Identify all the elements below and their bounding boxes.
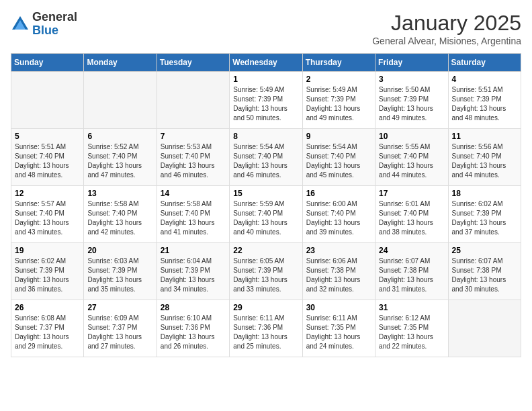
day-number: 24 xyxy=(379,246,444,255)
week-row-3: 12Sunrise: 5:57 AM Sunset: 7:40 PM Dayli… xyxy=(11,186,521,243)
page-header: General Blue January 2025 General Alvear… xyxy=(11,11,521,46)
day-info: Sunrise: 6:12 AM Sunset: 7:35 PM Dayligh… xyxy=(379,314,444,351)
day-number: 13 xyxy=(87,189,152,198)
day-info: Sunrise: 6:11 AM Sunset: 7:36 PM Dayligh… xyxy=(233,314,298,351)
week-row-2: 5Sunrise: 5:51 AM Sunset: 7:40 PM Daylig… xyxy=(11,129,521,186)
header-sunday: Sunday xyxy=(11,54,84,72)
day-info: Sunrise: 5:56 AM Sunset: 7:40 PM Dayligh… xyxy=(452,142,517,180)
day-info: Sunrise: 5:51 AM Sunset: 7:40 PM Dayligh… xyxy=(15,142,80,180)
calendar-cell: 23Sunrise: 6:06 AM Sunset: 7:38 PM Dayli… xyxy=(302,243,375,300)
calendar-cell: 28Sunrise: 6:10 AM Sunset: 7:36 PM Dayli… xyxy=(157,300,229,357)
calendar-cell: 17Sunrise: 6:01 AM Sunset: 7:40 PM Dayli… xyxy=(375,186,448,243)
day-number: 8 xyxy=(233,132,298,141)
logo-icon xyxy=(11,15,30,34)
day-info: Sunrise: 6:02 AM Sunset: 7:39 PM Dayligh… xyxy=(15,257,80,294)
day-number: 17 xyxy=(379,189,444,198)
day-info: Sunrise: 5:50 AM Sunset: 7:39 PM Dayligh… xyxy=(379,85,444,123)
calendar-cell: 9Sunrise: 5:54 AM Sunset: 7:40 PM Daylig… xyxy=(302,129,375,186)
day-info: Sunrise: 5:58 AM Sunset: 7:40 PM Dayligh… xyxy=(87,199,152,237)
logo: General Blue xyxy=(11,11,77,38)
day-info: Sunrise: 5:49 AM Sunset: 7:39 PM Dayligh… xyxy=(233,85,298,123)
week-row-5: 26Sunrise: 6:08 AM Sunset: 7:37 PM Dayli… xyxy=(11,300,521,357)
day-number: 11 xyxy=(452,132,517,141)
day-number: 27 xyxy=(87,303,152,312)
calendar-cell: 16Sunrise: 6:00 AM Sunset: 7:40 PM Dayli… xyxy=(302,186,375,243)
title-block: January 2025 General Alvear, Misiones, A… xyxy=(372,11,521,46)
day-number: 26 xyxy=(15,303,80,312)
day-number: 4 xyxy=(452,75,517,84)
calendar-cell: 10Sunrise: 5:55 AM Sunset: 7:40 PM Dayli… xyxy=(375,129,448,186)
day-info: Sunrise: 6:06 AM Sunset: 7:38 PM Dayligh… xyxy=(306,257,371,294)
day-number: 10 xyxy=(379,132,444,141)
calendar-cell: 13Sunrise: 5:58 AM Sunset: 7:40 PM Dayli… xyxy=(84,186,157,243)
calendar-cell: 1Sunrise: 5:49 AM Sunset: 7:39 PM Daylig… xyxy=(230,72,302,129)
day-info: Sunrise: 6:03 AM Sunset: 7:39 PM Dayligh… xyxy=(87,257,152,294)
calendar-cell: 27Sunrise: 6:09 AM Sunset: 7:37 PM Dayli… xyxy=(84,300,157,357)
day-number: 29 xyxy=(233,303,298,312)
day-info: Sunrise: 6:07 AM Sunset: 7:38 PM Dayligh… xyxy=(379,257,444,294)
header-tuesday: Tuesday xyxy=(157,54,229,72)
header-saturday: Saturday xyxy=(448,54,521,72)
week-row-4: 19Sunrise: 6:02 AM Sunset: 7:39 PM Dayli… xyxy=(11,243,521,300)
calendar-table: SundayMondayTuesdayWednesdayThursdayFrid… xyxy=(11,53,521,357)
day-number: 15 xyxy=(233,189,298,198)
day-info: Sunrise: 5:54 AM Sunset: 7:40 PM Dayligh… xyxy=(306,142,371,180)
day-number: 19 xyxy=(15,246,80,255)
header-friday: Friday xyxy=(375,54,448,72)
day-number: 1 xyxy=(233,75,298,84)
day-info: Sunrise: 6:02 AM Sunset: 7:39 PM Dayligh… xyxy=(452,199,517,237)
calendar-cell: 31Sunrise: 6:12 AM Sunset: 7:35 PM Dayli… xyxy=(375,300,448,357)
day-number: 14 xyxy=(161,189,226,198)
calendar-cell: 18Sunrise: 6:02 AM Sunset: 7:39 PM Dayli… xyxy=(448,186,521,243)
day-info: Sunrise: 5:58 AM Sunset: 7:40 PM Dayligh… xyxy=(161,199,226,237)
calendar-cell: 30Sunrise: 6:11 AM Sunset: 7:35 PM Dayli… xyxy=(302,300,375,357)
calendar-cell: 21Sunrise: 6:04 AM Sunset: 7:39 PM Dayli… xyxy=(157,243,229,300)
day-number: 31 xyxy=(379,303,444,312)
day-info: Sunrise: 6:11 AM Sunset: 7:35 PM Dayligh… xyxy=(306,314,371,351)
day-number: 30 xyxy=(306,303,371,312)
day-number: 22 xyxy=(233,246,298,255)
calendar-cell: 20Sunrise: 6:03 AM Sunset: 7:39 PM Dayli… xyxy=(84,243,157,300)
header-wednesday: Wednesday xyxy=(230,54,302,72)
day-number: 2 xyxy=(306,75,371,84)
day-info: Sunrise: 5:59 AM Sunset: 7:40 PM Dayligh… xyxy=(233,199,298,237)
header-thursday: Thursday xyxy=(302,54,375,72)
logo-general: General xyxy=(32,11,77,24)
day-info: Sunrise: 6:05 AM Sunset: 7:39 PM Dayligh… xyxy=(233,257,298,294)
calendar-cell: 29Sunrise: 6:11 AM Sunset: 7:36 PM Dayli… xyxy=(230,300,302,357)
calendar-cell: 11Sunrise: 5:56 AM Sunset: 7:40 PM Dayli… xyxy=(448,129,521,186)
day-info: Sunrise: 6:04 AM Sunset: 7:39 PM Dayligh… xyxy=(161,257,226,294)
calendar-cell: 25Sunrise: 6:07 AM Sunset: 7:38 PM Dayli… xyxy=(448,243,521,300)
day-info: Sunrise: 6:01 AM Sunset: 7:40 PM Dayligh… xyxy=(379,199,444,237)
day-number: 28 xyxy=(161,303,226,312)
day-number: 5 xyxy=(15,132,80,141)
calendar-cell: 24Sunrise: 6:07 AM Sunset: 7:38 PM Dayli… xyxy=(375,243,448,300)
day-number: 16 xyxy=(306,189,371,198)
day-info: Sunrise: 6:00 AM Sunset: 7:40 PM Dayligh… xyxy=(306,199,371,237)
day-number: 6 xyxy=(87,132,152,141)
day-info: Sunrise: 5:55 AM Sunset: 7:40 PM Dayligh… xyxy=(379,142,444,180)
calendar-cell xyxy=(84,72,157,129)
month-title: January 2025 xyxy=(372,11,521,36)
day-number: 23 xyxy=(306,246,371,255)
calendar-cell xyxy=(11,72,84,129)
day-number: 18 xyxy=(452,189,517,198)
day-info: Sunrise: 6:08 AM Sunset: 7:37 PM Dayligh… xyxy=(15,314,80,351)
week-row-1: 1Sunrise: 5:49 AM Sunset: 7:39 PM Daylig… xyxy=(11,72,521,129)
logo-text: General Blue xyxy=(32,11,77,38)
logo-blue: Blue xyxy=(32,24,77,38)
calendar-cell: 5Sunrise: 5:51 AM Sunset: 7:40 PM Daylig… xyxy=(11,129,84,186)
calendar-cell: 14Sunrise: 5:58 AM Sunset: 7:40 PM Dayli… xyxy=(157,186,229,243)
day-info: Sunrise: 6:09 AM Sunset: 7:37 PM Dayligh… xyxy=(87,314,152,351)
calendar-cell: 2Sunrise: 5:49 AM Sunset: 7:39 PM Daylig… xyxy=(302,72,375,129)
day-info: Sunrise: 5:51 AM Sunset: 7:39 PM Dayligh… xyxy=(452,85,517,123)
calendar-cell: 8Sunrise: 5:54 AM Sunset: 7:40 PM Daylig… xyxy=(230,129,302,186)
day-number: 12 xyxy=(15,189,80,198)
header-monday: Monday xyxy=(84,54,157,72)
day-number: 25 xyxy=(452,246,517,255)
calendar-cell: 7Sunrise: 5:53 AM Sunset: 7:40 PM Daylig… xyxy=(157,129,229,186)
day-info: Sunrise: 5:54 AM Sunset: 7:40 PM Dayligh… xyxy=(233,142,298,180)
day-number: 9 xyxy=(306,132,371,141)
day-number: 3 xyxy=(379,75,444,84)
day-number: 21 xyxy=(161,246,226,255)
